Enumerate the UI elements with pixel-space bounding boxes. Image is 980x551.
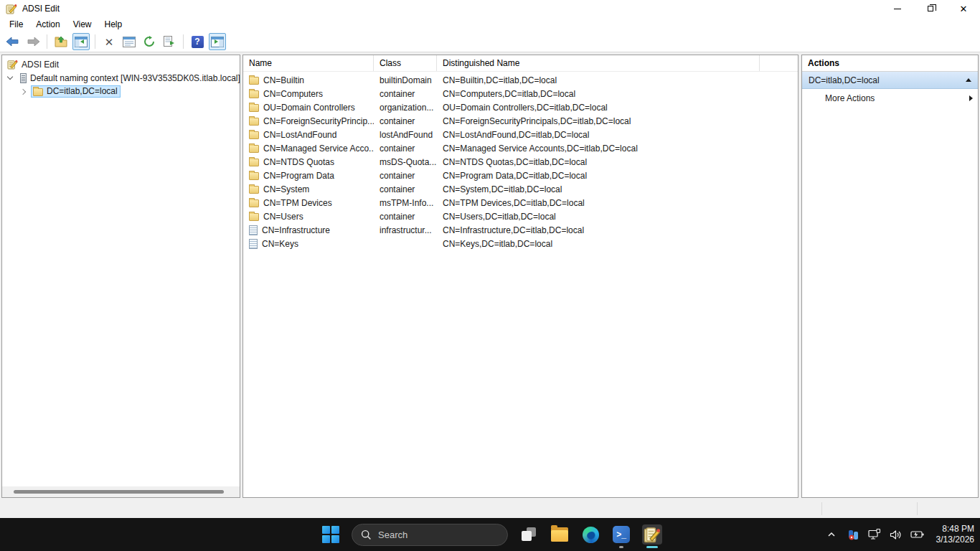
column-header-name[interactable]: Name [243,55,374,71]
table-row[interactable]: CN=NTDS Quotas msDS-Quota...CN=NTDS Quot… [243,155,798,169]
task-view-icon [521,527,537,542]
start-button[interactable] [321,524,341,545]
column-header-class[interactable]: Class [374,55,437,71]
refresh-icon [143,36,156,47]
collapse-section-icon[interactable] [966,78,971,82]
tray-app-button[interactable] [846,527,860,542]
adsi-edit-icon [7,59,18,70]
volume-button[interactable] [889,527,903,542]
table-row[interactable]: CN=Computers containerCN=Computers,DC=it… [243,87,798,100]
volume-icon [890,529,902,540]
show-action-pane-button[interactable] [209,33,226,50]
restore-button[interactable] [914,0,947,17]
more-actions-item[interactable]: More Actions [802,89,978,108]
table-row[interactable]: CN=TPM Devices msTPM-Info...CN=TPM Devic… [243,196,798,209]
menu-file[interactable]: File [3,18,29,31]
forward-arrow-icon [26,37,40,47]
refresh-button[interactable] [141,33,158,50]
table-row[interactable]: CN=Program Data containerCN=Program Data… [243,169,798,182]
status-separator [821,502,822,515]
minimize-button[interactable] [881,0,914,17]
column-header-distinguished-name[interactable]: Distinguished Name [437,55,760,71]
file-explorer-button[interactable] [550,524,570,545]
help-button[interactable]: ? [189,33,206,50]
table-row[interactable]: CN=ForeignSecurityPrincip... containerCN… [243,114,798,128]
forward-button[interactable] [24,33,42,50]
menu-bar: File Action View Help [0,17,980,32]
folder-icon [249,186,259,194]
help-icon: ? [192,36,204,48]
windows-start-icon [322,526,339,543]
folder-icon [249,172,259,180]
properties-button[interactable] [121,33,138,50]
toolbar: ✕ ? [0,32,980,52]
table-row[interactable]: CN=Keys CN=Keys,DC=itlab,DC=local [243,237,798,250]
export-list-button[interactable] [161,33,178,50]
powershell-button[interactable]: >_ [611,524,631,545]
table-row[interactable]: CN=Builtin builtinDomainCN=Builtin,DC=it… [243,73,798,87]
search-icon [361,529,372,540]
list-rows: CN=Builtin builtinDomainCN=Builtin,DC=it… [243,72,798,250]
properties-icon [123,37,136,47]
taskbar-clock[interactable]: 8:48 PM 3/13/2026 [932,524,974,545]
tree-root-label: ADSI Edit [22,60,59,70]
folder-icon [249,159,259,166]
menu-view[interactable]: View [67,18,98,31]
more-actions-label: More Actions [825,93,969,103]
table-row[interactable]: CN=Managed Service Acco... containerCN=M… [243,141,798,155]
table-row[interactable]: CN=LostAndFound lostAndFoundCN=LostAndFo… [243,128,798,141]
tree-root-adsi-edit[interactable]: ADSI Edit [2,57,240,71]
delete-button[interactable]: ✕ [100,33,118,50]
taskbar-search[interactable] [352,524,508,546]
table-row[interactable]: OU=Domain Controllers organization...OU=… [243,100,798,114]
back-button[interactable] [4,33,22,50]
battery-button[interactable] [910,527,925,542]
scrollbar-thumb[interactable] [14,490,224,494]
file-explorer-icon [551,527,568,542]
show-console-tree-icon [75,37,88,47]
menu-help[interactable]: Help [98,18,129,31]
running-indicator [619,546,623,548]
actions-section-header[interactable]: DC=itlab,DC=local [802,72,978,89]
clock-date: 3/13/2026 [936,534,974,545]
folder-icon [249,213,259,221]
actions-panel-title: Actions [802,55,978,72]
delete-icon: ✕ [105,37,114,47]
table-row[interactable]: CN=System containerCN=System,DC=itlab,DC… [243,182,798,196]
status-separator [917,502,918,515]
task-view-button[interactable] [519,524,539,545]
list-header: Name Class Distinguished Name [243,55,798,72]
window-title: ADSI Edit [22,4,60,14]
search-input[interactable] [378,529,486,540]
tree-node-default-naming-context[interactable]: Default naming context [WIN-93V3535DK0S.… [2,71,240,85]
title-bar: ADSI Edit ✕ [0,0,980,17]
network-button[interactable] [867,527,882,542]
tree-horizontal-scrollbar[interactable] [2,486,240,497]
folder-icon [249,131,259,139]
show-console-tree-button[interactable] [72,33,90,50]
table-row[interactable]: CN=Users containerCN=Users,DC=itlab,DC=l… [243,209,798,223]
close-button[interactable]: ✕ [947,0,980,17]
tree-node-dc-itlab[interactable]: DC=itlab,DC=local [2,85,240,98]
table-row[interactable]: CN=Infrastructure infrastructur...CN=Inf… [243,223,798,237]
menu-action[interactable]: Action [29,18,66,31]
actions-panel: Actions DC=itlab,DC=local More Actions [801,55,979,498]
chevron-right-icon[interactable] [20,88,26,94]
edge-icon [583,527,599,543]
parent-folder-button[interactable] [52,33,70,50]
tree-node-label: DC=itlab,DC=local [47,86,118,96]
close-icon: ✕ [960,4,968,14]
parent-folder-icon [54,35,68,48]
chevron-down-icon[interactable] [7,74,13,80]
result-list-panel: Name Class Distinguished Name CN=Builtin… [242,55,798,498]
folder-icon [249,104,259,112]
tray-expand-button[interactable] [824,527,839,542]
edge-button[interactable] [580,524,600,545]
chevron-up-icon [826,529,837,540]
submenu-arrow-icon [969,95,973,101]
selected-tree-item[interactable]: DC=itlab,DC=local [31,85,121,98]
battery-charging-icon [910,529,924,540]
folder-icon [249,77,259,85]
adsi-edit-taskbar-button[interactable] [642,524,662,545]
powershell-icon: >_ [613,526,630,543]
